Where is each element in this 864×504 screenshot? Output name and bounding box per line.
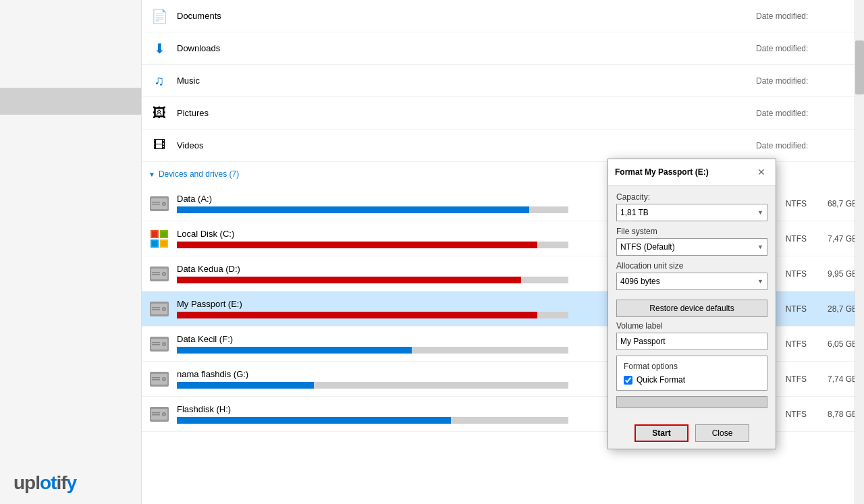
- file-name: Pictures: [177, 108, 756, 118]
- scrollbar-thumb[interactable]: [855, 40, 864, 94]
- drive-bar-wrap: [177, 347, 568, 354]
- chevron-icon: ▼: [148, 171, 155, 178]
- drive-size: 9,95 GB: [810, 269, 857, 279]
- sidebar-selected-overlay: [0, 88, 141, 115]
- volume-label-label: Volume label: [616, 321, 767, 331]
- allocation-label: Allocation unit size: [616, 261, 767, 271]
- filesystem-group: File system NTFS (Default): [616, 227, 767, 256]
- drive-bar: [177, 347, 412, 354]
- svg-rect-37: [152, 379, 160, 381]
- watermark: uplotify: [14, 472, 76, 494]
- drive-icon: [148, 368, 170, 390]
- filesystem-select-wrap: NTFS (Default): [616, 238, 767, 256]
- svg-rect-13: [161, 241, 167, 246]
- dialog-title: Format My Passport (E:): [615, 167, 709, 177]
- download-icon: [148, 38, 170, 59]
- section-header-label: Devices and drives (7): [159, 169, 239, 179]
- start-button[interactable]: Start: [634, 424, 688, 442]
- svg-rect-31: [152, 344, 160, 345]
- list-item[interactable]: Documents Date modified:: [142, 0, 864, 32]
- svg-rect-4: [152, 202, 160, 203]
- allocation-select-wrap: 4096 bytes: [616, 273, 767, 290]
- capacity-select[interactable]: 1,81 TB: [616, 204, 767, 221]
- drive-icon: [148, 298, 170, 320]
- music-icon: [148, 70, 170, 92]
- drive-icon: [148, 263, 170, 285]
- format-options-box: Format options Quick Format: [616, 356, 767, 391]
- svg-rect-5: [152, 204, 160, 205]
- file-meta: Date modified:: [756, 141, 857, 150]
- watermark-text: upl: [14, 472, 40, 493]
- list-item[interactable]: Music Date modified:: [142, 65, 864, 97]
- picture-icon: [148, 103, 170, 124]
- video-icon: [148, 135, 170, 157]
- file-meta: Date modified:: [756, 76, 857, 86]
- svg-rect-43: [152, 414, 160, 416]
- drive-bar-wrap: [177, 242, 568, 248]
- svg-rect-18: [152, 272, 160, 273]
- file-meta: Date modified:: [756, 109, 857, 118]
- drive-bar-wrap: [177, 206, 568, 213]
- dialog-close-icon[interactable]: ✕: [754, 165, 769, 179]
- volume-label-input[interactable]: [616, 333, 767, 350]
- svg-point-23: [163, 308, 165, 310]
- capacity-label: Capacity:: [616, 192, 767, 202]
- dialog-titlebar: Format My Passport (E:) ✕: [608, 159, 776, 186]
- filesystem-label: File system: [616, 227, 767, 236]
- sidebar: [0, 0, 142, 504]
- format-dialog[interactable]: Format My Passport (E:) ✕ Capacity: 1,81…: [608, 159, 776, 449]
- file-name: Downloads: [177, 43, 756, 53]
- file-meta: Date modified:: [756, 44, 857, 53]
- drive-icon: [148, 403, 170, 425]
- format-options-title: Format options: [624, 362, 760, 371]
- drive-bar-wrap: [177, 382, 568, 389]
- list-item[interactable]: Videos Date modified:: [142, 130, 864, 162]
- volume-label-group: Volume label: [616, 321, 767, 350]
- list-item[interactable]: Pictures Date modified:: [142, 97, 864, 130]
- allocation-group: Allocation unit size 4096 bytes: [616, 261, 767, 290]
- drive-size: 6,05 GB: [810, 339, 857, 349]
- svg-point-3: [163, 202, 165, 204]
- allocation-select[interactable]: 4096 bytes: [616, 273, 767, 290]
- quick-format-label[interactable]: Quick Format: [637, 375, 685, 385]
- drive-icon: [148, 228, 170, 250]
- svg-rect-11: [161, 231, 167, 237]
- drive-size: 7,74 GB: [810, 374, 857, 384]
- scrollbar-track[interactable]: [855, 0, 864, 504]
- quick-format-row: Quick Format: [624, 375, 760, 385]
- close-button[interactable]: Close: [695, 424, 749, 442]
- svg-rect-12: [152, 241, 157, 246]
- drive-size: 8,78 GB: [810, 410, 857, 419]
- watermark-text2: if: [56, 472, 66, 493]
- drive-size: 28,7 GB: [810, 304, 857, 314]
- svg-rect-42: [152, 412, 160, 414]
- svg-point-29: [163, 343, 165, 345]
- list-item[interactable]: Downloads Date modified:: [142, 32, 864, 65]
- drive-bar: [177, 206, 529, 213]
- svg-point-35: [163, 378, 165, 380]
- svg-rect-19: [152, 274, 160, 275]
- svg-rect-25: [152, 309, 160, 310]
- drive-icon: [148, 193, 170, 215]
- file-name: Documents: [177, 11, 756, 21]
- capacity-select-wrap: 1,81 TB: [616, 204, 767, 221]
- restore-defaults-button[interactable]: Restore device defaults: [616, 300, 767, 317]
- dialog-footer: Start Close: [608, 420, 776, 449]
- drive-icon: [148, 333, 170, 355]
- format-progress-bar: [616, 396, 767, 408]
- capacity-group: Capacity: 1,81 TB: [616, 192, 767, 221]
- file-name: Videos: [177, 140, 756, 150]
- drive-bar: [177, 277, 521, 283]
- drive-bar: [177, 382, 314, 389]
- doc-icon: [148, 5, 170, 27]
- svg-rect-10: [152, 231, 157, 237]
- filesystem-select[interactable]: NTFS (Default): [616, 238, 767, 256]
- file-name: Music: [177, 76, 756, 86]
- dialog-body: Capacity: 1,81 TB File system NTFS (Defa…: [608, 186, 776, 420]
- drive-size: 7,47 GB: [810, 234, 857, 244]
- drive-bar-wrap: [177, 417, 568, 424]
- drive-bar-wrap: [177, 277, 568, 283]
- svg-rect-36: [152, 377, 160, 379]
- quick-format-checkbox[interactable]: [624, 376, 632, 385]
- svg-point-17: [163, 273, 165, 275]
